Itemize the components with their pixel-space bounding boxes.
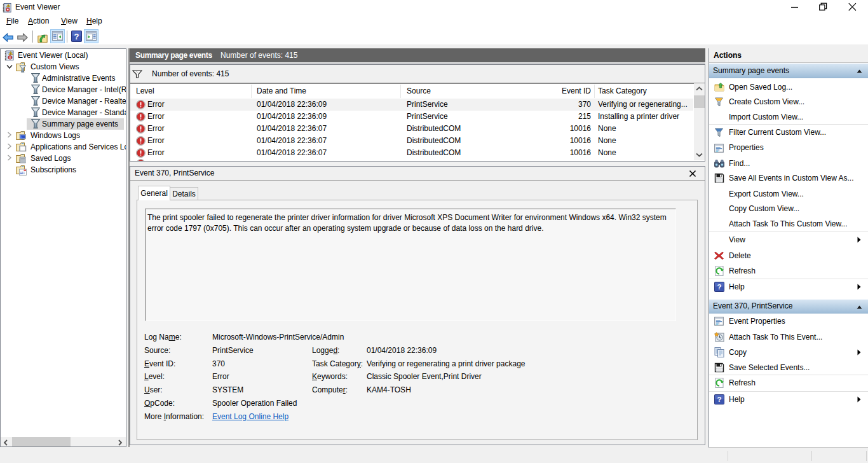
svg-text:?: ? xyxy=(74,32,79,41)
